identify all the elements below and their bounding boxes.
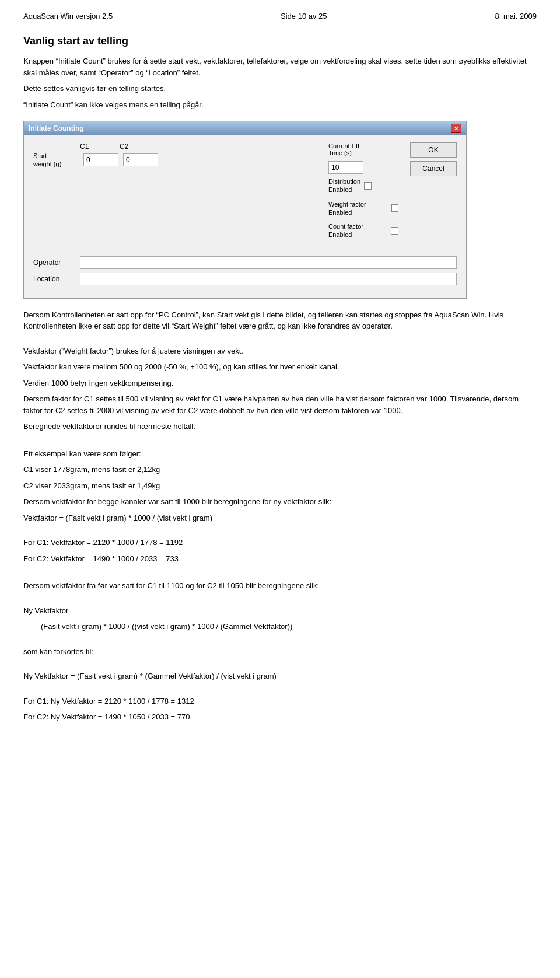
dialog-close-button[interactable]: ✕ <box>451 124 461 133</box>
c2-formula: For C2: Vektfaktor = 1490 * 1000 / 2033 … <box>23 553 537 565</box>
right-top-section: Current Eff.Time (s) DistributionEnabled… <box>328 142 457 242</box>
c1-formula: For C1: Vektfaktor = 2120 * 1000 / 1778 … <box>23 537 537 549</box>
section2-c1-result: For C1: Ny Vektfaktor = 2120 * 1100 / 17… <box>23 696 537 707</box>
weight-factor-enabled-row: Weight factor Enabled <box>328 200 398 217</box>
channel-headers: C1 C2 <box>80 142 311 151</box>
operator-label: Operator <box>33 259 74 267</box>
dialog-left-panel: C1 C2 Startweight (g) <box>33 142 311 173</box>
start-weight-row: Startweight (g) <box>33 152 311 169</box>
channel-c1-header: C1 <box>80 142 115 151</box>
page-title: Vanlig start av telling <box>23 35 537 47</box>
section2-ny-formula: (Fasit vekt i gram) * 1000 / ((vist vekt… <box>41 621 537 633</box>
location-label: Location <box>33 275 74 283</box>
c2-weight-input[interactable] <box>123 153 158 166</box>
body-para-6: Beregnede vektfaktorer rundes til nærmes… <box>23 421 537 432</box>
intro-para-1: Knappen “Initiate Count” brukes for å se… <box>23 55 537 78</box>
page-date: 8. mai. 2009 <box>495 12 537 20</box>
section2-ny-label: Ny Vektfaktor = <box>23 605 537 617</box>
initiate-counting-dialog: Initiate Counting ✕ C1 C2 Startweight (g… <box>23 121 467 299</box>
location-input[interactable] <box>80 273 457 285</box>
section2-c2-result: For C2: Ny Vektfaktor = 1490 * 1050 / 20… <box>23 711 537 723</box>
location-row: Location <box>33 273 457 285</box>
dialog-buttons: OK Cancel <box>410 142 457 176</box>
example-line-3: Vektfaktor = (Fasit vekt i gram) * 1000 … <box>23 512 537 524</box>
body-para-3: Vektfaktor kan være mellom 500 og 2000 (… <box>23 361 537 373</box>
intro-para-3: “Initiate Count” kan ikke velges mens en… <box>23 99 537 111</box>
section2-short-formula: Ny Vektfaktor = (Fasit vekt i gram) * (G… <box>23 670 537 682</box>
example-intro: Ett eksempel kan være som følger: <box>23 448 537 460</box>
operator-section: Operator Location <box>33 250 457 285</box>
operator-row: Operator <box>33 256 457 269</box>
count-factor-checkbox[interactable] <box>391 227 398 235</box>
eff-time-section: Current Eff.Time (s) DistributionEnabled… <box>328 142 398 242</box>
cancel-button[interactable]: Cancel <box>410 161 457 176</box>
distribution-enabled-checkbox[interactable] <box>364 182 372 190</box>
eff-time-label: Current Eff.Time (s) <box>328 142 361 156</box>
example-section: Ett eksempel kan være som følger: C1 vis… <box>23 448 537 565</box>
c1-weight-input[interactable] <box>83 153 118 166</box>
example-line-1: C2 viser 2033gram, mens fasit er 1,49kg <box>23 480 537 492</box>
body-para-4: Verdien 1000 betyr ingen vektkompenserin… <box>23 378 537 389</box>
dialog-body: C1 C2 Startweight (g) Current Eff.Time (… <box>24 135 466 298</box>
body-para-5: Dersom faktor for C1 settes til 500 vil … <box>23 393 537 416</box>
eff-time-input[interactable] <box>328 161 363 174</box>
section2: Dersom vektfaktor fra før var satt for C… <box>23 580 537 723</box>
operator-input[interactable] <box>80 256 457 269</box>
page-info: Side 10 av 25 <box>281 12 327 20</box>
page-header: AquaScan Win versjon 2.5 Side 10 av 25 8… <box>23 12 537 23</box>
body-para-1: Dersom Kontrollenheten er satt opp for “… <box>23 309 537 332</box>
dialog-title: Initiate Counting <box>29 124 84 132</box>
weight-factor-label: Weight factor Enabled <box>328 200 388 217</box>
count-factor-label: Count factor Enabled <box>328 222 387 239</box>
channel-c2-header: C2 <box>120 142 155 151</box>
section2-som-kan: som kan forkortes til: <box>23 646 537 658</box>
app-name: AquaScan Win versjon 2.5 <box>23 12 113 20</box>
weight-factor-checkbox[interactable] <box>391 204 398 212</box>
example-line-2: Dersom vektfaktor for begge kanaler var … <box>23 496 537 508</box>
dialog-main-row: C1 C2 Startweight (g) Current Eff.Time (… <box>33 142 457 242</box>
body-section: Dersom Kontrollenheten er satt opp for “… <box>23 309 537 432</box>
section2-intro: Dersom vektfaktor fra før var satt for C… <box>23 580 537 592</box>
distribution-enabled-row: DistributionEnabled <box>328 177 372 194</box>
intro-para-2: Dette settes vanligvis før en telling st… <box>23 83 537 95</box>
start-weight-label: Startweight (g) <box>33 152 79 169</box>
dialog-titlebar: Initiate Counting ✕ <box>24 121 466 135</box>
ok-button[interactable]: OK <box>410 142 457 158</box>
dialog-right-panel: Current Eff.Time (s) DistributionEnabled… <box>328 142 457 242</box>
example-line-0: C1 viser 1778gram, mens fasit er 2,12kg <box>23 464 537 476</box>
count-factor-enabled-row: Count factor Enabled <box>328 222 398 239</box>
body-para-2: Vektfaktor (“Weight factor”) brukes for … <box>23 345 537 357</box>
